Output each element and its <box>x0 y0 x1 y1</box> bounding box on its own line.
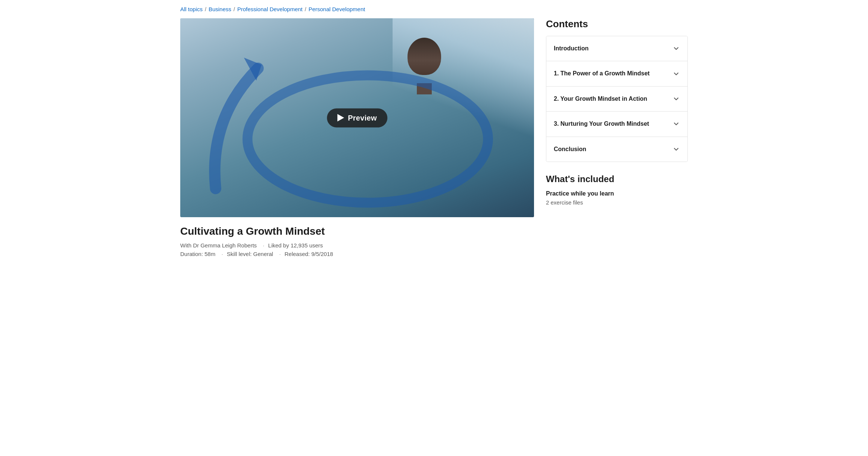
person-neck <box>417 83 432 94</box>
preview-button[interactable]: Preview <box>327 108 387 127</box>
chevron-down-icon-introduction <box>672 45 680 52</box>
contents-item-label-3: 3. Nurturing Your Growth Mindset <box>554 120 672 128</box>
preview-button-label: Preview <box>348 113 377 122</box>
course-author-line: With Dr Gemma Leigh Roberts · Liked by 1… <box>180 242 534 249</box>
contents-list: Introduction 1. The Power of a Growth Mi… <box>546 36 688 162</box>
page-wrapper: All topics / Business / Professional Dev… <box>173 0 695 265</box>
contents-item-label-1: 1. The Power of a Growth Mindset <box>554 69 672 78</box>
course-title: Cultivating a Growth Mindset <box>180 225 534 238</box>
course-details-line: Duration: 58m · Skill level: General · R… <box>180 251 534 257</box>
contents-item-label-conclusion: Conclusion <box>554 145 672 153</box>
chevron-down-icon-2 <box>672 95 680 103</box>
included-practice-text: 2 exercise files <box>546 199 688 206</box>
course-author: With Dr Gemma Leigh Roberts <box>180 242 257 249</box>
video-container[interactable]: Preview <box>180 18 534 217</box>
meta-separator-2: · <box>221 251 223 257</box>
meta-separator-3: · <box>279 251 281 257</box>
contents-item-3[interactable]: 3. Nurturing Your Growth Mindset <box>546 112 687 137</box>
breadcrumb-separator-3: / <box>305 6 306 12</box>
contents-item-1[interactable]: 1. The Power of a Growth Mindset <box>546 61 687 86</box>
included-practice-heading: Practice while you learn <box>546 190 688 197</box>
person-head <box>408 38 441 75</box>
contents-item-2[interactable]: 2. Your Growth Mindset in Action <box>546 87 687 112</box>
included-section-practice: Practice while you learn 2 exercise file… <box>546 190 688 206</box>
chevron-down-icon-3 <box>672 120 680 128</box>
breadcrumb-separator-1: / <box>205 6 206 12</box>
breadcrumb-separator-2: / <box>234 6 235 12</box>
breadcrumb: All topics / Business / Professional Dev… <box>180 6 688 12</box>
whats-included-title: What's included <box>546 174 688 184</box>
contents-title: Contents <box>546 18 688 30</box>
main-content: Preview Cultivating a Growth Mindset Wit… <box>180 18 688 259</box>
course-duration: Duration: 58m <box>180 251 215 257</box>
breadcrumb-all-topics[interactable]: All topics <box>180 6 203 12</box>
meta-separator-1: · <box>263 242 264 249</box>
breadcrumb-business[interactable]: Business <box>209 6 231 12</box>
breadcrumb-professional-development[interactable]: Professional Development <box>237 6 303 12</box>
contents-item-label-introduction: Introduction <box>554 44 672 53</box>
contents-item-introduction[interactable]: Introduction <box>546 36 687 61</box>
contents-item-label-2: 2. Your Growth Mindset in Action <box>554 95 672 103</box>
course-skill-level: Skill level: General <box>227 251 273 257</box>
contents-item-conclusion[interactable]: Conclusion <box>546 137 687 162</box>
right-panel: Contents Introduction 1. The Power of a … <box>546 18 688 206</box>
course-info: Cultivating a Growth Mindset With Dr Gem… <box>180 225 534 257</box>
play-icon <box>337 114 344 122</box>
left-panel: Preview Cultivating a Growth Mindset Wit… <box>180 18 534 259</box>
breadcrumb-personal-development[interactable]: Personal Development <box>309 6 365 12</box>
course-liked: Liked by 12,935 users <box>268 242 323 249</box>
chevron-down-icon-1 <box>672 70 680 78</box>
course-released: Released: 9/5/2018 <box>284 251 333 257</box>
chevron-down-icon-conclusion <box>672 146 680 153</box>
